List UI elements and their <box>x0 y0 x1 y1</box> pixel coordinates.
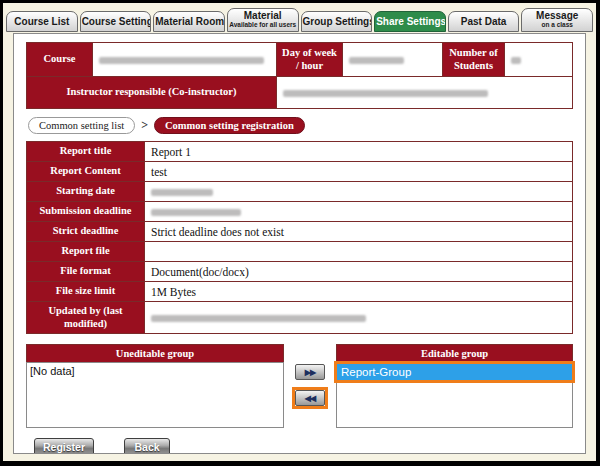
tab-course-list[interactable]: Course List <box>6 11 78 33</box>
register-button[interactable]: Register <box>34 438 94 454</box>
submission-deadline-value <box>145 202 573 222</box>
tab-sublabel: Available for all users <box>229 22 297 29</box>
submission-deadline-label: Submission deadline <box>27 202 145 222</box>
move-left-button[interactable]: ◀◀ <box>295 390 325 406</box>
editable-group-listbox[interactable]: Report-Group <box>336 362 573 428</box>
tab-group-settings[interactable]: Group Settings <box>301 11 373 33</box>
students-value <box>505 43 573 77</box>
highlight-box-move-left: ◀◀ <box>292 387 328 409</box>
common-setting-registration-button[interactable]: Common setting registration <box>154 117 305 134</box>
screenshot-frame: Course List Course Settings Material Roo… <box>0 0 600 466</box>
file-format-value: Document(doc/docx) <box>145 262 573 282</box>
group-assignment-section: Uneditable group [No data] ▶▶ ◀◀ Editabl… <box>26 344 573 428</box>
tab-material-all-users[interactable]: Material Available for all users <box>227 8 299 32</box>
report-file-label: Report file <box>27 242 145 262</box>
uneditable-group-header: Uneditable group <box>26 344 284 362</box>
tab-sublabel: on a class <box>523 22 591 29</box>
common-setting-list-button[interactable]: Common setting list <box>28 117 135 134</box>
report-file-value <box>145 242 573 262</box>
report-content-label: Report Content <box>27 162 145 182</box>
move-right-button[interactable]: ▶▶ <box>295 364 325 380</box>
instructor-label: Instructor responsible (Co-instructor) <box>27 77 277 109</box>
editable-group-header: Editable group <box>336 344 573 362</box>
updated-by-label: Updated by (last modified) <box>27 302 145 334</box>
instructor-value <box>277 77 573 109</box>
redacted-value <box>511 57 521 64</box>
highlight-box-selected-group: Report-Group <box>334 361 575 383</box>
content-panel: Course Day of week / hour Number of Stud… <box>13 33 586 454</box>
report-title-label: Report title <box>27 142 145 162</box>
redacted-value <box>151 209 241 216</box>
strict-deadline-label: Strict deadline <box>27 222 145 242</box>
updated-by-value <box>145 302 573 334</box>
day-of-week-value <box>343 43 443 77</box>
tab-share-settings[interactable]: Share Settings <box>374 11 446 33</box>
breadcrumb: Common setting list > Common setting reg… <box>28 117 571 134</box>
report-content-value: test <box>145 162 573 182</box>
breadcrumb-separator: > <box>141 118 148 133</box>
footer-actions: Register Back <box>26 428 573 454</box>
starting-date-label: Starting date <box>27 182 145 202</box>
report-title-value: Report 1 <box>145 142 573 162</box>
tab-material-room[interactable]: Material Room <box>153 11 225 33</box>
tab-label: Message <box>536 10 578 21</box>
file-size-limit-value: 1M Bytes <box>145 282 573 302</box>
no-data-text: [No data] <box>27 363 283 379</box>
course-value <box>93 43 277 77</box>
group-list-item-report-group[interactable]: Report-Group <box>337 364 572 380</box>
course-info-table: Course Day of week / hour Number of Stud… <box>26 42 573 109</box>
editable-group-panel: Editable group Report-Group <box>336 344 573 428</box>
uneditable-group-listbox[interactable]: [No data] <box>26 362 284 428</box>
tab-label: Material <box>244 10 282 21</box>
strict-deadline-value: Strict deadline does not exist <box>145 222 573 242</box>
redacted-value <box>283 90 488 97</box>
file-format-label: File format <box>27 262 145 282</box>
lms-page: Course List Course Settings Material Roo… <box>3 3 596 461</box>
starting-date-value <box>145 182 573 202</box>
students-label: Number of Students <box>443 43 505 77</box>
back-button[interactable]: Back <box>124 438 170 454</box>
report-detail-table: Report title Report 1 Report Content tes… <box>26 141 573 334</box>
redacted-value <box>349 57 404 64</box>
redacted-value <box>151 189 213 196</box>
file-size-limit-label: File size limit <box>27 282 145 302</box>
redacted-value <box>151 315 366 322</box>
tab-course-settings[interactable]: Course Settings <box>80 11 152 33</box>
uneditable-group-panel: Uneditable group [No data] <box>26 344 284 428</box>
tab-bar: Course List Course Settings Material Roo… <box>3 3 596 32</box>
course-label: Course <box>27 43 93 77</box>
redacted-value <box>99 57 264 64</box>
tab-message-on-class[interactable]: Message on a class <box>521 8 593 32</box>
group-move-controls: ▶▶ ◀◀ <box>284 344 336 428</box>
day-of-week-label: Day of week / hour <box>277 43 343 77</box>
tab-past-data[interactable]: Past Data <box>448 11 520 33</box>
